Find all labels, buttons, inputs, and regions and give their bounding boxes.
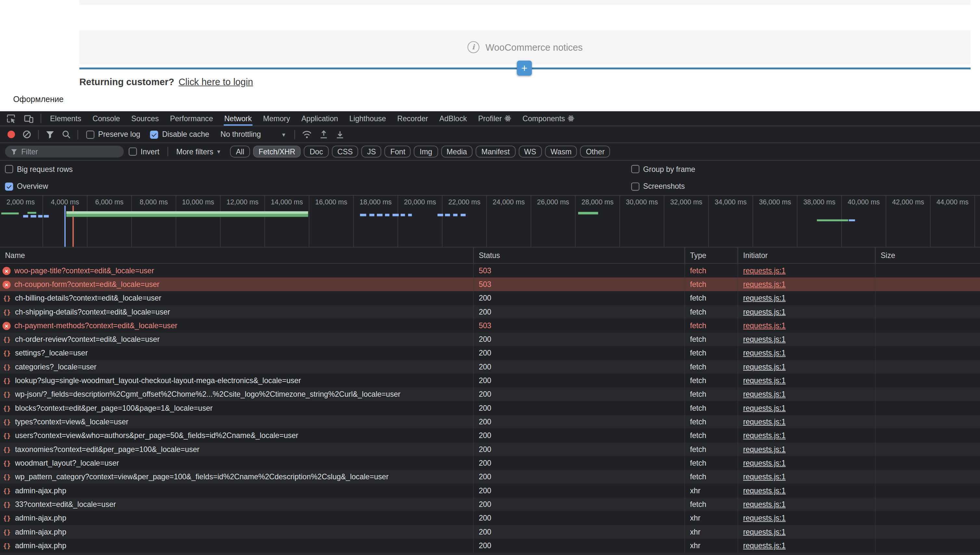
overview-checkbox[interactable] <box>5 182 13 191</box>
throttling-select[interactable]: No throttling ▾ <box>214 130 292 139</box>
more-filters-dropdown[interactable]: More filters ▾ <box>171 147 225 156</box>
column-header-type[interactable]: Type <box>685 248 738 263</box>
screenshots-option[interactable]: Screenshots <box>626 182 690 191</box>
clear-button[interactable] <box>19 127 35 143</box>
tab-network[interactable]: Network <box>219 111 257 125</box>
column-header-status[interactable]: Status <box>474 248 685 263</box>
network-request-row[interactable]: {} ch-order-review?context=edit&_locale=… <box>0 332 980 346</box>
initiator-link[interactable]: requests.js:1 <box>743 349 786 358</box>
filter-pill-wasm[interactable]: Wasm <box>545 146 577 157</box>
tab-console[interactable]: Console <box>87 111 125 125</box>
filter-pill-font[interactable]: Font <box>385 146 411 157</box>
initiator-link[interactable]: requests.js:1 <box>743 404 786 413</box>
column-header-initiator[interactable]: Initiator <box>738 248 876 263</box>
big-request-rows-checkbox[interactable] <box>5 165 13 173</box>
tab-application[interactable]: Application <box>296 111 344 125</box>
column-header-size[interactable]: Size <box>876 248 980 263</box>
filter-input[interactable]: Filter <box>5 146 124 157</box>
network-request-row[interactable]: {} lookup?slug=single-woodmart_layout-ch… <box>0 374 980 387</box>
initiator-link[interactable]: requests.js:1 <box>743 500 786 509</box>
invert-checkbox[interactable] <box>129 148 137 156</box>
initiator-link[interactable]: requests.js:1 <box>743 390 786 399</box>
network-request-row[interactable]: {} settings?_locale=user 200 fetch reque… <box>0 346 980 360</box>
network-request-row[interactable]: {} woodmart_layout?_locale=user 200 fetc… <box>0 456 980 470</box>
tab-components[interactable]: Components <box>517 111 580 125</box>
filter-pill-doc[interactable]: Doc <box>304 146 329 157</box>
initiator-link[interactable]: requests.js:1 <box>743 335 786 344</box>
group-by-frame-checkbox[interactable] <box>631 165 640 173</box>
filter-pill-ws[interactable]: WS <box>519 146 542 157</box>
initiator-link[interactable]: requests.js:1 <box>743 307 786 316</box>
tab-elements[interactable]: Elements <box>45 111 87 125</box>
big-request-rows-option[interactable]: Big request rows <box>0 165 78 173</box>
initiator-link[interactable]: requests.js:1 <box>743 280 786 289</box>
initiator-link[interactable]: requests.js:1 <box>743 376 786 385</box>
filter-pill-all[interactable]: All <box>230 146 250 157</box>
record-button[interactable] <box>4 127 19 143</box>
tab-memory[interactable]: Memory <box>257 111 296 125</box>
network-request-row[interactable]: × ch-coupon-form?context=edit&_locale=us… <box>0 278 980 291</box>
filter-pill-other[interactable]: Other <box>580 146 610 157</box>
initiator-link[interactable]: requests.js:1 <box>743 363 786 371</box>
network-request-row[interactable]: {} admin-ajax.php 200 xhr requests.js:1 <box>0 511 980 525</box>
filter-toggle-icon[interactable] <box>42 127 58 143</box>
initiator-link[interactable]: requests.js:1 <box>743 528 786 536</box>
network-request-row[interactable]: {} wp-json/?_fields=description%2Cgmt_of… <box>0 388 980 401</box>
network-overview-timeline[interactable]: 2,000 ms4,000 ms6,000 ms8,000 ms10,000 m… <box>0 195 980 248</box>
initiator-link[interactable]: requests.js:1 <box>743 459 786 468</box>
network-conditions-icon[interactable] <box>298 127 316 143</box>
preserve-log-option[interactable]: Preserve log <box>81 130 145 139</box>
filter-pill-css[interactable]: CSS <box>332 146 358 157</box>
initiator-link[interactable]: requests.js:1 <box>743 417 786 426</box>
initiator-link[interactable]: requests.js:1 <box>743 294 786 303</box>
tab-sources[interactable]: Sources <box>126 111 164 125</box>
network-request-row[interactable]: {} ch-shipping-details?context=edit&_loc… <box>0 305 980 319</box>
network-request-row[interactable]: {} taxonomies?context=edit&per_page=100&… <box>0 443 980 456</box>
inspect-icon[interactable] <box>3 111 20 125</box>
screenshots-checkbox[interactable] <box>631 182 640 191</box>
export-har-icon[interactable] <box>332 127 348 143</box>
initiator-link[interactable]: requests.js:1 <box>743 472 786 481</box>
initiator-link[interactable]: requests.js:1 <box>743 321 786 330</box>
network-request-row[interactable]: {} 33?context=edit&_locale=user 200 fetc… <box>0 497 980 511</box>
filter-pill-fetch-xhr[interactable]: Fetch/XHR <box>253 146 301 157</box>
import-har-icon[interactable] <box>316 127 332 143</box>
initiator-link[interactable]: requests.js:1 <box>743 445 786 454</box>
initiator-link[interactable]: requests.js:1 <box>743 541 786 550</box>
column-header-name[interactable]: Name <box>0 248 474 263</box>
filter-pill-manifest[interactable]: Manifest <box>476 146 515 157</box>
network-request-row[interactable]: × woo-page-title?context=edit&_locale=us… <box>0 264 980 278</box>
invert-option[interactable]: Invert <box>124 147 164 156</box>
initiator-link[interactable]: requests.js:1 <box>743 514 786 523</box>
filter-pill-media[interactable]: Media <box>441 146 472 157</box>
network-request-row[interactable]: × ch-payment-methods?context=edit&_local… <box>0 319 980 332</box>
network-request-row[interactable]: {} wp_pattern_category?context=view&per_… <box>0 470 980 483</box>
network-request-row[interactable]: {} ch-billing-details?context=edit&_loca… <box>0 291 980 305</box>
tab-recorder[interactable]: Recorder <box>391 111 434 125</box>
network-request-row[interactable]: {} admin-ajax.php 200 xhr requests.js:1 <box>0 525 980 539</box>
network-request-row[interactable]: {} categories?_locale=user 200 fetch req… <box>0 360 980 374</box>
preserve-log-checkbox[interactable] <box>86 130 94 138</box>
tab-adblock[interactable]: AdBlock <box>434 111 472 125</box>
disable-cache-checkbox[interactable] <box>150 130 158 138</box>
network-request-row[interactable]: {} admin-ajax.php 200 xhr requests.js:1 <box>0 484 980 497</box>
group-by-frame-option[interactable]: Group by frame <box>626 165 700 173</box>
filter-pill-img[interactable]: Img <box>414 146 438 157</box>
overview-option[interactable]: Overview <box>0 182 53 191</box>
network-request-row[interactable]: {} blocks?context=edit&per_page=100&page… <box>0 401 980 415</box>
disable-cache-option[interactable]: Disable cache <box>145 130 214 139</box>
initiator-link[interactable]: requests.js:1 <box>743 486 786 495</box>
network-request-row[interactable]: {} users?context=view&who=authors&per_pa… <box>0 429 980 443</box>
login-link[interactable]: Click here to login <box>179 76 253 87</box>
tab-lighthouse[interactable]: Lighthouse <box>344 111 392 125</box>
network-request-row[interactable]: {} types?context=view&_locale=user 200 f… <box>0 415 980 428</box>
add-block-button[interactable]: + <box>517 61 532 76</box>
initiator-link[interactable]: requests.js:1 <box>743 431 786 440</box>
device-toolbar-icon[interactable] <box>20 111 38 125</box>
filter-pill-js[interactable]: JS <box>362 146 382 157</box>
network-request-row[interactable]: {} admin-ajax.php 200 xhr requests.js:1 <box>0 539 980 552</box>
tab-profiler[interactable]: Profiler <box>472 111 517 125</box>
tab-performance[interactable]: Performance <box>164 111 219 125</box>
initiator-link[interactable]: requests.js:1 <box>743 266 786 275</box>
search-icon[interactable] <box>58 127 74 143</box>
